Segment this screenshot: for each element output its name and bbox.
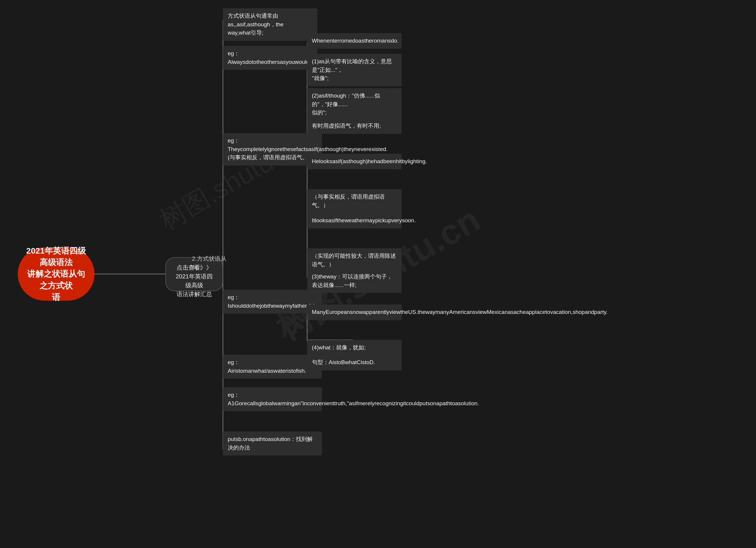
eg-gore-text: eg：A1Gorecallsglobalwarmingan"inconvenie…: [228, 392, 479, 407]
eg-ishould-text: eg：Ishoulddothejobthewaymyfatherdid.: [228, 294, 316, 309]
itlooks-text: Itlooksasiftheweathermaypickupverysoon.: [312, 217, 416, 223]
sometimes-box: 有时用虚拟语气，有时不用;: [307, 118, 402, 134]
label-2-node: 2.方式状语从句：: [192, 254, 227, 272]
contrary-text: （与事实相反，谓语用虚拟语气。）: [312, 193, 385, 208]
sentence-text: 句型：AistoBwhatCistoD.: [312, 359, 375, 365]
what-4-text: (4)what：就像，犹如;: [312, 344, 366, 351]
helooks-box: Helooksasif(asthough)hehadbeenhitbylight…: [307, 154, 402, 169]
center-node: 2021年英语四级高级语法 讲解之状语从句之方式状 语: [18, 247, 95, 301]
contrary-box: （与事实相反，谓语用虚拟语气。）: [307, 189, 402, 213]
top-intro-box: 方式状语从句通常由as,,asif,asthough，the way,what引…: [223, 8, 317, 41]
center-node-label: 2021年英语四级高级语法 讲解之状语从句之方式状 语: [24, 245, 89, 303]
theway-3-box: (3)theway：可以连接两个句子，表达就像......一样;: [307, 269, 402, 293]
label-2-text: 2.方式状语从句：: [192, 255, 227, 271]
eg-always-box: eg：AlwaysdototheothersasyouwouldbedonEby…: [223, 46, 317, 70]
sentence-box: 句型：AistoBwhatCistoD.: [307, 355, 402, 370]
putsb-text: putsb.onapathtoasolution：找到解决的办法: [228, 436, 313, 451]
what-4-box: (4)what：就像，犹如;: [307, 340, 402, 356]
sometimes-text: 有时用虚拟语气，有时不用;: [312, 123, 381, 129]
putsb-box: putsb.onapathtoasolution：找到解决的办法: [223, 432, 322, 456]
many-europeans-text: ManyEuropeansnowapparentlyviewtheUS.thew…: [312, 309, 608, 315]
eg-air-text: eg：Airistomanwhat/aswateristofish.: [228, 359, 306, 374]
top-intro-text: 方式状语从句通常由as,,asif,asthough，the way,what引…: [228, 13, 283, 36]
many-europeans-box: ManyEuropeansnowapparentlyviewtheUS.thew…: [307, 305, 402, 320]
helooks-text: Helooksasif(asthough)hehadbeenhitbylight…: [312, 158, 427, 164]
possible-box: （实现的可能性较大，谓语用陈述语气。）: [307, 248, 402, 272]
itlooks-box: Itlooksasiftheweathermaypickupverysoon.: [307, 213, 402, 228]
when-text: Whenenterromedoastheromansdo.: [312, 38, 399, 44]
eg-gore-box: eg：A1Gorecallsglobalwarmingan"inconvenie…: [223, 387, 322, 411]
1as-text: (1)as从句带有比喻的含义，意思是"正如..."， "就像";: [312, 58, 392, 81]
2asif-box: (2)asif/though："仿佛......似的"，"好像...... 似的…: [307, 88, 402, 121]
possible-text: （实现的可能性较大，谓语用陈述语气。）: [312, 253, 396, 267]
1as-box: (1)as从句带有比喻的含义，意思是"正如..."， "就像";: [307, 54, 402, 86]
theway-3-text: (3)theway：可以连接两个句子，表达就像......一样;: [312, 273, 392, 288]
when-box: Whenenterromedoastheromansdo.: [307, 33, 402, 49]
2asif-text: (2)asif/though："仿佛......似的"，"好像...... 似的…: [312, 92, 380, 116]
